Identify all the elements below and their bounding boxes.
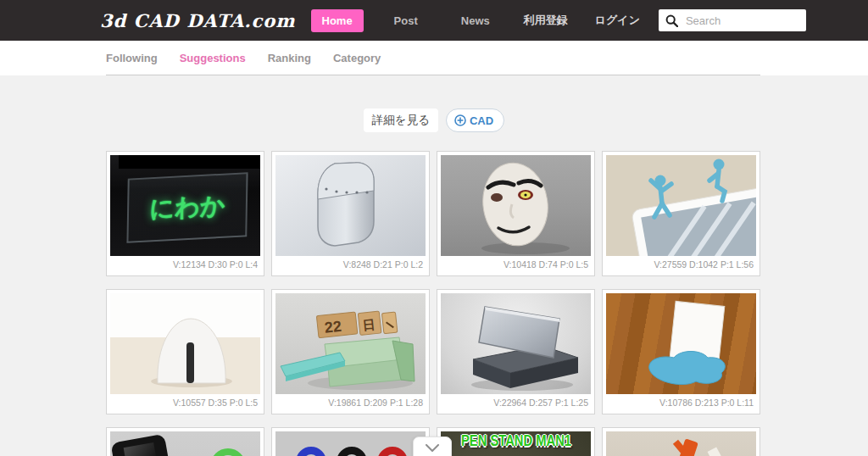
model-grid: にわか V:12134 D:30 P:0 L:4 V:8248 D:21 P:0… [106,151,760,456]
detail-button[interactable]: 詳細を見る [364,108,438,132]
monitor-stand-render [441,293,591,394]
thumbnail-face-shield [275,155,426,256]
card-stats: V:10557 D:35 P:0 L:5 [110,394,260,410]
blue-figures-photo [606,155,756,256]
model-card[interactable] [602,427,760,456]
mask-render [441,155,591,256]
thumbnail-card-holder [606,293,756,394]
model-card[interactable]: PEN STAND MAN1 [437,427,595,456]
pen-stand-man-title: PEN STAND MAN1 [460,432,570,450]
led-sign-text: にわか [149,189,225,227]
thumbnail-sofa-calendar: 22 日 [275,293,426,394]
thumbnail-smartwatch [110,431,260,456]
card-stats: V:8248 D:21 P:0 L:2 [275,256,426,272]
red-ring [377,447,408,456]
nav-item-home[interactable]: Home [311,9,364,32]
acrylic-panel: にわか [126,172,248,243]
card-stats: V:22964 D:257 P:1 L:25 [441,394,591,410]
black-ring [337,447,367,456]
blue-ring [296,447,326,456]
green-ring [210,448,246,456]
circle-plus-icon [454,114,466,126]
model-card[interactable]: V:10557 D:35 P:0 L:5 [106,289,264,414]
model-card[interactable]: V:10786 D:213 P:0 L:11 [602,289,760,414]
white-stand-photo [110,293,260,394]
card-stats: V:27559 D:1042 P:1 L:56 [606,256,756,272]
model-card[interactable]: V:27559 D:1042 P:1 L:56 [602,151,760,276]
orange-figure [676,438,698,456]
card-holder-photo [606,293,756,394]
search-box[interactable] [659,9,806,31]
action-row: 詳細を見る CAD [0,108,868,132]
model-card[interactable] [271,427,430,456]
thumbnail-white-stand [110,293,260,394]
search-input[interactable] [684,14,798,28]
model-card[interactable]: V:10418 D:74 P:0 L:5 [437,151,595,276]
thumbnail-acrylic-led-sign: にわか [110,155,260,256]
model-card[interactable]: にわか V:12134 D:30 P:0 L:4 [106,151,264,276]
chevron-down-icon [425,444,440,452]
search-icon [665,14,678,27]
thumbnail-monitor-stand [441,293,591,394]
thumbnail-pen-stand-man: PEN STAND MAN1 [441,431,591,456]
model-card[interactable]: V:8248 D:21 P:0 L:2 [271,151,430,276]
model-card[interactable]: V:22964 D:257 P:1 L:25 [437,289,595,414]
tab-following[interactable]: Following [106,52,158,64]
thumbnail-orange-figure [606,431,756,456]
site-logo[interactable]: 3d CAD DATA.com [100,10,296,31]
tab-suggestions[interactable]: Suggestions [180,52,246,64]
card-stats: V:12134 D:30 P:0 L:4 [110,256,260,272]
subnav: Following Suggestions Ranking Category [106,41,760,75]
add-cad-button[interactable]: CAD [446,108,504,132]
tab-ranking[interactable]: Ranking [268,52,311,64]
calendar-block-number: 22 [324,318,342,336]
thumbnail-color-rings [275,431,426,456]
header: 3d CAD DATA.com Home Post News 利用登録 ログイン [0,0,868,41]
watch-body [110,434,170,456]
model-card[interactable] [106,427,264,456]
nav-item-login[interactable]: ログイン [595,13,640,28]
model-card[interactable]: 22 日 V:19861 D:209 P:1 L:28 [271,289,430,414]
face-shield-render [275,155,426,256]
thumbnail-mask [441,155,591,256]
card-stats: V:19861 D:209 P:1 L:28 [275,394,426,410]
card-stats: V:10786 D:213 P:0 L:11 [606,394,756,410]
nav-item-news[interactable]: News [461,14,490,27]
nav-item-register[interactable]: 利用登録 [524,13,568,28]
white-piece [708,447,726,456]
sofa-calendar-render: 22 日 [275,293,426,394]
card-stats: V:10418 D:74 P:0 L:5 [441,256,591,272]
load-more-button[interactable] [413,437,452,456]
calendar-block-kanji: 日 [362,317,376,332]
add-cad-button-label: CAD [470,114,493,127]
nav-item-post[interactable]: Post [394,14,418,27]
tab-category[interactable]: Category [333,52,381,64]
thumbnail-blue-figures [606,155,756,256]
